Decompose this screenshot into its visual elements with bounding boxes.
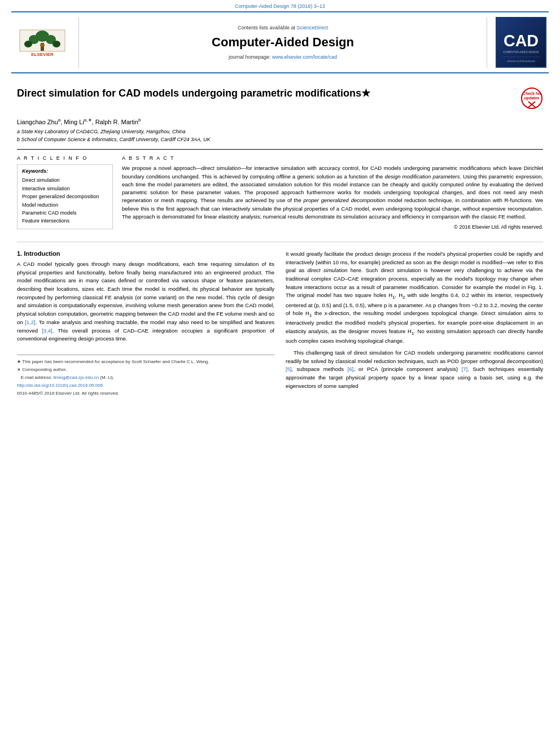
section1-right-para2: This challenging task of direct simulati… — [286, 349, 543, 391]
keywords-title: Keywords: — [22, 168, 108, 174]
section1-para1: A CAD model typically goes through many … — [17, 260, 274, 343]
keyword-1: Direct simulation — [22, 176, 108, 184]
article-info-abstract-section: A R T I C L E I N F O Keywords: Direct s… — [17, 149, 543, 233]
right-col: It would greatly facilitate the product … — [286, 250, 543, 398]
affil-b: b School of Computer Science & Informati… — [17, 136, 543, 143]
email-link[interactable]: liming@cad.zju.edu.cn — [53, 375, 99, 380]
svg-point-7 — [40, 43, 45, 47]
contents-available-text: Contents lists available at ScienceDirec… — [238, 25, 328, 30]
sciencedirect-link[interactable]: ScienceDirect — [297, 25, 329, 30]
crossmark-icon: Check for updates — [520, 87, 543, 110]
footnote-doi: http://dx.doi.org/10.1016/j.cad.2016.05.… — [17, 382, 274, 389]
main-header: ELSEVIER Contents lists available at Sci… — [11, 11, 549, 73]
keyword-2: Interactive simulation — [22, 185, 108, 193]
cad-logo-icon: CAD COMPUTER-AIDED DESIGN elsevier.com/l… — [496, 18, 546, 67]
abstract-col: A B S T R A C T We propose a novel appro… — [122, 155, 543, 233]
author1-name: Liangchao Zhu — [17, 119, 58, 125]
journal-ref-text: Computer-Aided Design 78 (2016) 3–13 — [235, 3, 325, 9]
elsevier-logo-icon: ELSEVIER — [17, 27, 68, 58]
svg-point-5 — [53, 41, 60, 47]
footnote-issn: 0010-4485/© 2016 Elsevier Ltd. All right… — [17, 390, 274, 397]
keywords-box: Keywords: Direct simulation Interactive … — [17, 164, 113, 229]
cad-logo-box: CAD COMPUTER-AIDED DESIGN elsevier.com/l… — [487, 17, 549, 68]
footnote-3: E-mail address: liming@cad.zju.edu.cn (M… — [17, 374, 274, 381]
section-divider — [17, 242, 543, 242]
svg-text:ELSEVIER: ELSEVIER — [31, 52, 54, 57]
article-title-section: Direct simulation for CAD models undergo… — [17, 79, 543, 114]
homepage-url[interactable]: www.elsevier.com/locate/cad — [272, 54, 337, 60]
journal-ref-bar: Computer-Aided Design 78 (2016) 3–13 — [0, 0, 560, 11]
section1-right-body: It would greatly facilitate the product … — [286, 250, 543, 391]
keyword-6: Feature intersections — [22, 217, 108, 225]
svg-text:COMPUTER-AIDED DESIGN: COMPUTER-AIDED DESIGN — [503, 51, 539, 54]
author2-name: Ming Li — [64, 119, 84, 125]
svg-point-4 — [24, 41, 32, 47]
section1-title: 1. Introduction — [17, 250, 274, 257]
header-center: Contents lists available at ScienceDirec… — [79, 17, 487, 68]
left-col: 1. Introduction A CAD model typically go… — [17, 250, 274, 398]
section1-left-body: A CAD model typically goes through many … — [17, 260, 274, 343]
abstract-text: We propose a novel approach—direct simul… — [122, 164, 543, 221]
abstract-header: A B S T R A C T — [122, 155, 543, 161]
article-info-header: A R T I C L E I N F O — [17, 155, 113, 161]
author3-name: Ralph R. Martin — [95, 119, 138, 125]
keyword-3: Proper generalized decomposition — [22, 193, 108, 200]
footnotes-area: ★ This paper has been recommended for ac… — [17, 355, 274, 397]
svg-text:CAD: CAD — [503, 32, 538, 50]
article-info-col: A R T I C L E I N F O Keywords: Direct s… — [17, 155, 113, 233]
svg-text:elsevier.com/locate/cad: elsevier.com/locate/cad — [507, 60, 535, 63]
authors-line: Liangchao Zhua, Ming Lia,∗, Ralph R. Mar… — [17, 117, 543, 125]
svg-text:updates: updates — [524, 96, 540, 101]
footnote-1: ★ This paper has been recommended for ac… — [17, 359, 274, 365]
journal-homepage: journal homepage: www.elsevier.com/locat… — [229, 54, 337, 60]
copyright-text: © 2016 Elsevier Ltd. All rights reserved… — [122, 224, 543, 230]
cad-logo: CAD COMPUTER-AIDED DESIGN elsevier.com/l… — [496, 17, 546, 68]
footnote-2: ∗ Corresponding author. — [17, 366, 274, 373]
main-content-cols: 1. Introduction A CAD model typically go… — [17, 250, 543, 398]
journal-title: Computer-Aided Design — [212, 35, 354, 50]
page-wrapper: Computer-Aided Design 78 (2016) 3–13 ELS… — [0, 0, 560, 409]
affil-a: a State Key Laboratory of CAD&CG, Zhejia… — [17, 128, 543, 136]
svg-text:Check for: Check for — [523, 91, 541, 95]
elsevier-logo-box: ELSEVIER — [11, 17, 79, 68]
doi-link[interactable]: http://dx.doi.org/10.1016/j.cad.2016.05.… — [17, 383, 103, 388]
section1-right-para1: It would greatly facilitate the product … — [286, 250, 543, 346]
article-title: Direct simulation for CAD models undergo… — [17, 87, 370, 100]
affiliations: a State Key Laboratory of CAD&CG, Zhejia… — [17, 128, 543, 144]
keyword-4: Model reduction — [22, 201, 108, 209]
article-body: Direct simulation for CAD models undergo… — [0, 73, 560, 409]
keyword-5: Parametric CAD models — [22, 209, 108, 217]
